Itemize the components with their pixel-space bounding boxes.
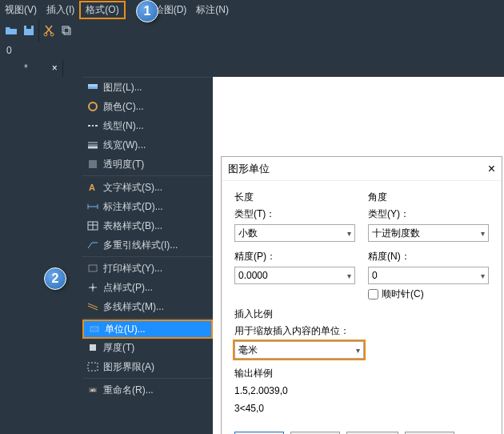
menu-item-label: 表格样式(B)... xyxy=(103,219,213,233)
menu-item-label: 重命名(R)... xyxy=(103,384,213,397)
save-icon[interactable] xyxy=(21,22,37,38)
sample-line1: 1.5,2.0039,0 xyxy=(234,384,489,398)
menu-item-label: 多线样式(M)... xyxy=(103,300,213,314)
svg-text:0.0: 0.0 xyxy=(92,327,98,332)
menu-item-label: 图层(L)... xyxy=(103,81,213,94)
menu-item-label: 透明度(T) xyxy=(103,158,213,171)
rename-icon: ab xyxy=(82,384,103,396)
angle-precision-select[interactable]: 0▾ xyxy=(368,267,489,284)
angle-precision-label: 精度(N)： xyxy=(368,250,489,263)
svg-rect-16 xyxy=(90,344,96,351)
format-dropdown: 图层(L)...颜色(C)...线型(N)...线宽(W)...透明度(T)A文… xyxy=(82,77,213,434)
tab-close-icon[interactable]: × xyxy=(52,62,62,74)
length-type-label: 类型(T)： xyxy=(234,207,355,221)
menu-item-label: 文字样式(S)... xyxy=(103,181,213,195)
length-precision-select[interactable]: 0.0000▾ xyxy=(234,267,355,284)
thickness-icon xyxy=(82,341,103,354)
close-icon[interactable]: × xyxy=(488,162,495,176)
chevron-down-icon: ▾ xyxy=(347,271,351,280)
length-type-select[interactable]: 小数▾ xyxy=(234,224,355,242)
chevron-down-icon: ▾ xyxy=(481,229,485,238)
menu-item-dimstyle[interactable]: 标注样式(D)... xyxy=(82,197,213,216)
insert-scale-select[interactable]: 毫米▾ xyxy=(234,341,364,359)
menu-item-label: 标注样式(D)... xyxy=(103,200,213,214)
tab-modified-indicator: * xyxy=(0,62,52,74)
menu-item-mlstyle[interactable]: 多线样式(M)... xyxy=(82,297,213,316)
lineweight-icon xyxy=(82,139,103,151)
mlstyle-icon xyxy=(82,300,103,313)
svg-point-8 xyxy=(89,102,97,111)
svg-rect-5 xyxy=(64,28,70,34)
tabbar: * × xyxy=(0,59,504,77)
layers-icon xyxy=(82,81,103,94)
svg-rect-7 xyxy=(88,84,98,86)
menu-view[interactable]: 视图(V) xyxy=(0,1,42,19)
limits-icon xyxy=(82,360,103,373)
angle-heading: 角度 xyxy=(368,191,489,204)
menu-item-label: 打印样式(Y)... xyxy=(103,262,213,275)
textstyle-icon: A xyxy=(82,181,103,194)
menu-item-label: 厚度(T) xyxy=(103,341,213,355)
toolbar xyxy=(0,19,504,42)
chevron-down-icon: ▾ xyxy=(347,229,351,238)
sample-line2: 3<45,0 xyxy=(234,401,489,416)
callout-2: 2 xyxy=(44,267,66,290)
menu-item-limits[interactable]: 图形界限(A) xyxy=(82,357,213,376)
sample-heading: 输出样例 xyxy=(234,367,489,380)
units-icon: 0.0 xyxy=(84,323,105,336)
callout-1: 1 xyxy=(136,0,158,22)
mleader-icon xyxy=(82,239,103,251)
svg-text:ab: ab xyxy=(90,388,96,392)
ptstyle-icon xyxy=(82,281,103,294)
svg-rect-4 xyxy=(62,26,69,33)
tablestyle-icon xyxy=(82,219,103,232)
menu-item-tablestyle[interactable]: 表格样式(B)... xyxy=(82,216,213,235)
menubar: 视图(V) 插入(I) 格式(O) 绘图(D) 标注(N) xyxy=(0,0,504,19)
subbar-value: 0 xyxy=(6,45,12,56)
menu-item-linetype[interactable]: 线型(N)... xyxy=(82,116,213,135)
menu-item-mleader[interactable]: 多重引线样式(I)... xyxy=(82,235,213,255)
open-icon[interactable] xyxy=(3,22,19,38)
chevron-down-icon: ▾ xyxy=(356,346,360,355)
insert-scale-sub: 用于缩放插入内容的单位： xyxy=(234,324,489,338)
drawing-viewport[interactable] xyxy=(0,77,82,434)
length-heading: 长度 xyxy=(234,191,355,204)
menu-format[interactable]: 格式(O) xyxy=(79,1,125,19)
clockwise-checkbox[interactable]: 顺时针(C) xyxy=(368,287,489,301)
svg-rect-1 xyxy=(26,26,31,29)
units-dialog: 图形单位 × 长度 类型(T)： 小数▾ 精度(P)： 0.0000▾ 角度 类… xyxy=(221,156,502,434)
subbar: 0 xyxy=(0,42,504,59)
menu-item-label: 单位(U)... xyxy=(105,323,211,336)
menu-item-label: 颜色(C)... xyxy=(103,100,213,114)
menu-item-units[interactable]: 0.0单位(U)... xyxy=(82,319,213,339)
plotstyle-icon xyxy=(82,262,103,275)
svg-rect-12 xyxy=(89,265,97,271)
svg-text:A: A xyxy=(89,183,95,192)
angle-type-label: 类型(Y)： xyxy=(368,207,489,221)
svg-rect-6 xyxy=(88,86,98,89)
menu-item-textstyle[interactable]: A文字样式(S)... xyxy=(82,178,213,197)
color-wheel-icon xyxy=(82,100,103,113)
menu-item-lineweight[interactable]: 线宽(W)... xyxy=(82,135,213,155)
menu-item-thickness[interactable]: 厚度(T) xyxy=(82,338,213,357)
cut-icon[interactable] xyxy=(41,22,57,38)
menu-item-layers[interactable]: 图层(L)... xyxy=(82,78,213,97)
menu-item-label: 线型(N)... xyxy=(103,119,213,133)
menu-item-plotstyle[interactable]: 打印样式(Y)... xyxy=(82,259,213,278)
dialog-title: 图形单位 xyxy=(228,162,270,176)
menu-item-transparency[interactable]: 透明度(T) xyxy=(82,155,213,174)
copy-icon[interactable] xyxy=(58,22,74,38)
menu-dimension[interactable]: 标注(N) xyxy=(191,1,234,19)
menu-item-color-wheel[interactable]: 颜色(C)... xyxy=(82,97,213,116)
menu-item-ptstyle[interactable]: 点样式(P)... xyxy=(82,278,213,297)
dimstyle-icon xyxy=(82,200,103,213)
menu-insert[interactable]: 插入(I) xyxy=(42,1,79,19)
linetype-icon xyxy=(82,119,103,132)
menu-item-rename[interactable]: ab重命名(R)... xyxy=(82,380,213,400)
insert-scale-heading: 插入比例 xyxy=(234,307,489,321)
chevron-down-icon: ▾ xyxy=(481,271,485,280)
length-precision-label: 精度(P)： xyxy=(234,250,355,263)
menu-item-label: 点样式(P)... xyxy=(103,281,213,295)
menu-item-label: 图形界限(A) xyxy=(103,360,213,374)
angle-type-select[interactable]: 十进制度数▾ xyxy=(368,224,489,242)
